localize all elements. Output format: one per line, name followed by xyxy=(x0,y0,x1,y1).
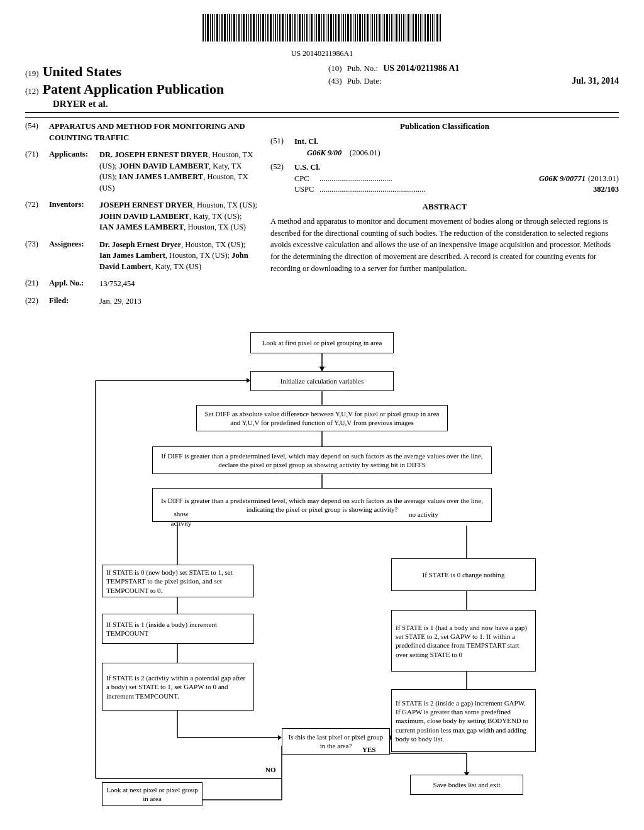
show-activity-label: show activity xyxy=(162,509,200,528)
section-72-content: JOSEPH ERNEST DRYER, Houston, TX (US); J… xyxy=(99,200,258,233)
flowchart-container: Look at first pixel or pixel grouping in… xyxy=(33,326,611,804)
svg-rect-87 xyxy=(413,14,414,42)
abstract-title: ABSTRACT xyxy=(270,202,619,212)
svg-rect-95 xyxy=(432,14,433,42)
section-72-num: (72) xyxy=(25,200,49,233)
united-states-title: United States xyxy=(43,64,121,80)
svg-rect-1 xyxy=(205,14,206,42)
header-divider-thin xyxy=(25,117,619,118)
svg-rect-31 xyxy=(277,14,278,42)
barcode-image xyxy=(196,13,448,44)
cpc-year: (2013.01) xyxy=(588,174,619,185)
patent-number: US 20140211986A1 xyxy=(25,49,619,58)
svg-rect-61 xyxy=(350,14,352,42)
svg-rect-82 xyxy=(401,14,402,42)
svg-rect-67 xyxy=(364,14,365,42)
section-71-label: Applicants: xyxy=(49,150,99,194)
svg-rect-52 xyxy=(328,14,329,42)
dryer-et-al: DRYER et al. xyxy=(53,99,108,109)
svg-rect-8 xyxy=(221,14,223,42)
svg-rect-57 xyxy=(341,14,341,42)
svg-rect-32 xyxy=(279,14,280,42)
section-73-label: Assignees: xyxy=(49,240,99,273)
svg-rect-29 xyxy=(273,14,274,42)
svg-rect-37 xyxy=(292,14,293,42)
section-72-label: Inventors: xyxy=(49,200,99,233)
svg-rect-11 xyxy=(229,14,230,42)
svg-rect-50 xyxy=(323,14,325,42)
section-71-num: (71) xyxy=(25,150,49,194)
svg-rect-21 xyxy=(253,14,255,42)
svg-rect-98 xyxy=(440,14,441,42)
section-73-num: (73) xyxy=(25,240,49,273)
svg-rect-49 xyxy=(321,14,322,42)
class-51-content: Int. Cl. G06K 9/00 (2006.01) xyxy=(294,136,619,158)
no-activity-label: no activity xyxy=(409,511,438,518)
svg-rect-30 xyxy=(275,14,276,42)
section-72: (72) Inventors: JOSEPH ERNEST DRYER, Hou… xyxy=(25,200,258,233)
label-12: (12) xyxy=(25,86,39,96)
svg-rect-76 xyxy=(386,14,388,42)
main-content: (54) APPARATUS AND METHOD FOR MONITORING… xyxy=(25,121,619,313)
svg-rect-26 xyxy=(265,14,266,42)
section-54-num: (54) xyxy=(25,121,49,143)
uspc-label: USPC xyxy=(294,184,319,196)
header-divider-thick xyxy=(25,112,619,113)
svg-rect-70 xyxy=(372,14,373,42)
cpc-dots: ..................................... xyxy=(319,174,539,185)
header-left: (19) United States (12) Patent Applicati… xyxy=(25,64,316,109)
svg-rect-66 xyxy=(362,14,363,42)
class-51-label: Int. Cl. xyxy=(294,137,318,146)
svg-rect-28 xyxy=(270,14,272,42)
section-71: (71) Applicants: DR. JOSEPH ERNEST DRYER… xyxy=(25,150,258,194)
abstract-text: A method and apparatus to monitor and do… xyxy=(270,216,619,275)
svg-rect-97 xyxy=(436,14,438,42)
svg-rect-6 xyxy=(216,14,218,42)
svg-rect-13 xyxy=(233,14,235,42)
section-71-content: DR. JOSEPH ERNEST DRYER, Houston, TX (US… xyxy=(99,150,258,194)
svg-rect-64 xyxy=(357,14,358,42)
svg-rect-3 xyxy=(210,14,211,42)
svg-rect-93 xyxy=(427,14,429,42)
section-22-label: Filed: xyxy=(49,296,99,307)
svg-rect-39 xyxy=(297,14,297,42)
class-52-label: U.S. Cl. xyxy=(294,163,320,172)
svg-rect-81 xyxy=(399,14,400,42)
svg-rect-96 xyxy=(435,14,435,42)
header-right: (10) Pub. No.: US 2014/0211986 A1 (43) P… xyxy=(316,64,619,86)
cpc-label: CPC xyxy=(294,174,319,185)
right-column: Publication Classification (51) Int. Cl.… xyxy=(270,121,619,313)
svg-rect-63 xyxy=(355,14,356,42)
svg-rect-24 xyxy=(260,14,261,42)
svg-rect-18 xyxy=(246,14,247,42)
svg-rect-89 xyxy=(418,14,419,42)
section-22: (22) Filed: Jan. 29, 2013 xyxy=(25,296,258,307)
section-54-content: APPARATUS AND METHOD FOR MONITORING AND … xyxy=(49,121,258,143)
svg-rect-9 xyxy=(224,14,226,42)
svg-rect-14 xyxy=(236,14,237,42)
svg-rect-17 xyxy=(243,14,245,42)
svg-rect-80 xyxy=(396,14,397,42)
svg-rect-90 xyxy=(420,14,421,42)
label-19: (19) xyxy=(25,69,39,79)
svg-rect-84 xyxy=(406,14,406,42)
section-21-num: (21) xyxy=(25,279,49,290)
svg-rect-0 xyxy=(203,14,204,42)
svg-rect-53 xyxy=(330,14,332,42)
pub-no-value: US 2014/0211986 A1 xyxy=(383,64,459,74)
flowchart-state0-left: If STATE is 0 (new body) set STATE to 1,… xyxy=(102,565,254,597)
svg-rect-92 xyxy=(425,14,426,42)
svg-rect-91 xyxy=(423,14,423,42)
svg-rect-19 xyxy=(248,14,249,42)
flowchart-state1-right: If STATE is 1 (had a body and now have a… xyxy=(391,610,536,672)
svg-rect-42 xyxy=(304,14,305,42)
svg-rect-54 xyxy=(333,14,334,42)
flowchart-box-1: Look at first pixel or pixel grouping in… xyxy=(250,332,394,353)
svg-rect-34 xyxy=(285,14,286,42)
pub-date-label: Pub. Date: xyxy=(347,76,382,86)
patent-app-pub-title: Patent Application Publication xyxy=(43,81,224,97)
svg-rect-44 xyxy=(309,14,309,42)
flowchart-next-pixel: Look at next pixel or pixel group in are… xyxy=(102,782,203,806)
svg-rect-38 xyxy=(294,14,296,42)
svg-rect-68 xyxy=(367,14,369,42)
